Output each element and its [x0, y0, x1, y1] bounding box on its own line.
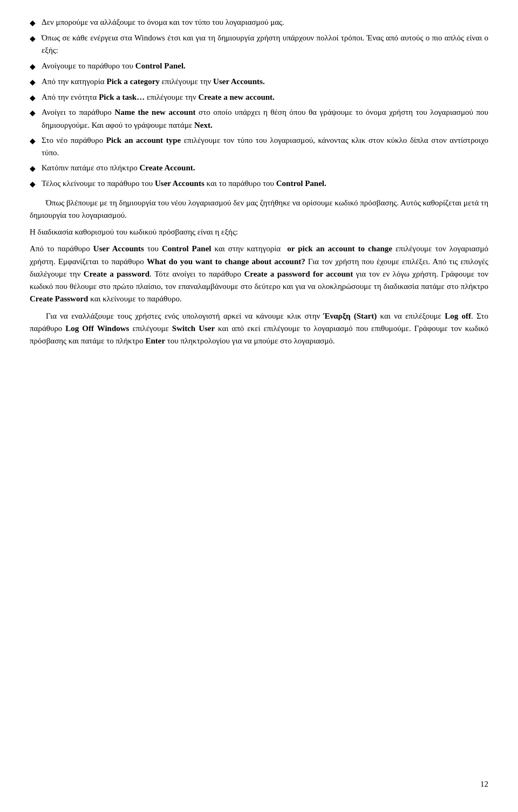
bullet-icon-8: ◆	[30, 163, 42, 175]
bullet-icon-4: ◆	[30, 77, 42, 88]
bullet-icon-2: ◆	[30, 33, 42, 45]
bullet-icon-6: ◆	[30, 107, 42, 119]
bullet-icon-7: ◆	[30, 135, 42, 147]
body-paragraph-1: Όπως βλέπουμε με τη δημιουργία του νέου …	[30, 197, 488, 222]
list-item-7: ◆ Τέλος κλείνουμε το παράθυρο του User A…	[30, 177, 488, 190]
bullet-icon-9: ◆	[30, 178, 42, 190]
body-paragraph-4: Για να εναλλάξουμε τους χρήστες ενός υπο…	[30, 310, 488, 348]
page-content: ◆ Δεν μπορούμε να αλλάξουμε το όνομα και…	[30, 16, 488, 796]
bullet-icon-3: ◆	[30, 61, 42, 73]
bullet-text-3: Ανοίγουμε το παράθυρο του Control Panel.	[42, 60, 488, 72]
bullet-text-8: Κατόπιν πατάμε στο πλήκτρο Create Accoun…	[42, 162, 488, 174]
bullet-text-1: Δεν μπορούμε να αλλάξουμε το όνομα και τ…	[42, 16, 488, 29]
list-item-1: ◆ Ανοίγουμε το παράθυρο του Control Pane…	[30, 60, 488, 73]
bullet-text-7: Στο νέο παράθυρο Pick an account type επ…	[42, 134, 488, 160]
bullet-text-2: Όπως σε κάθε ενέργεια στα Windows έτσι κ…	[42, 32, 488, 57]
bullet-icon-1: ◆	[30, 17, 42, 29]
list-item-4: ◆ Ανοίγει το παράθυρο Name the new accou…	[30, 106, 488, 132]
body-paragraph-3: Από το παράθυρο User Accounts του Contro…	[30, 243, 488, 305]
list-item-3: ◆ Από την ενότητα Pick a task… επιλέγουμ…	[30, 91, 488, 104]
body-paragraph-2: Η διαδικασία καθορισμού του κωδικού πρόσ…	[30, 226, 488, 238]
page-number: 12	[480, 778, 488, 790]
bullet-text-6: Ανοίγει το παράθυρο Name the new account…	[42, 106, 488, 132]
list-item-6: ◆ Κατόπιν πατάμε στο πλήκτρο Create Acco…	[30, 162, 488, 175]
list-item-2: ◆ Από την κατηγορία Pick a category επιλ…	[30, 75, 488, 88]
list-item-5: ◆ Στο νέο παράθυρο Pick an account type …	[30, 134, 488, 160]
bullet-text-5: Από την ενότητα Pick a task… επιλέγουμε …	[42, 91, 488, 104]
bullet-icon-5: ◆	[30, 92, 42, 104]
bullet-text-4: Από την κατηγορία Pick a category επιλέγ…	[42, 75, 488, 88]
bullet-item-intro2: ◆ Όπως σε κάθε ενέργεια στα Windows έτσι…	[30, 32, 488, 57]
bullet-item-intro1: ◆ Δεν μπορούμε να αλλάξουμε το όνομα και…	[30, 16, 488, 29]
bullet-text-9: Τέλος κλείνουμε το παράθυρο του User Acc…	[42, 177, 488, 190]
